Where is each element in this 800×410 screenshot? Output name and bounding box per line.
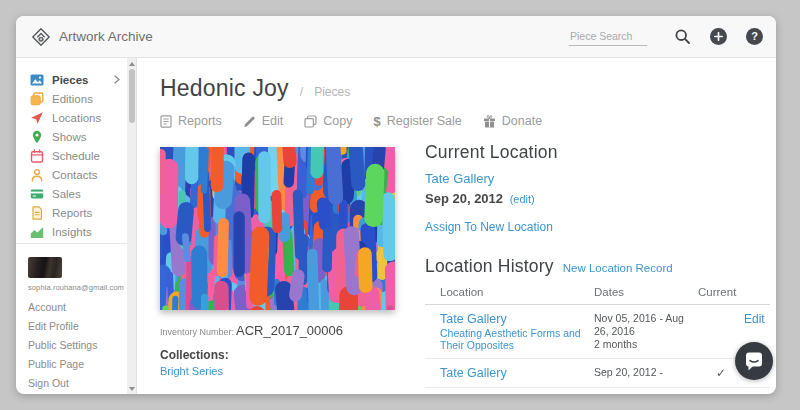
collections-label: Collections: [160, 348, 395, 362]
row-dates: Nov 05, 2016 - Aug 26, 2016 [594, 312, 698, 338]
artwork-archive-logo-icon [31, 27, 51, 47]
profile-section: sophia.rouhana@gmail.com Account Edit Pr… [16, 244, 127, 394]
sidebar-item-editions[interactable]: Editions [16, 89, 127, 108]
search-input[interactable] [569, 28, 647, 46]
row-show-link[interactable]: Cheating Aesthetic Forms and Their Oppos… [440, 327, 594, 351]
schedule-icon [30, 149, 44, 163]
question-mark-icon: ? [751, 31, 758, 42]
column-location: Location [440, 286, 594, 298]
location-history-section: Location History New Location Record Loc… [425, 256, 770, 388]
sidebar-item-label: Schedule [52, 150, 100, 162]
inventory-number-value: ACR_2017_00006 [236, 323, 343, 338]
sidebar-item-label: Reports [52, 207, 92, 219]
assign-new-location-link[interactable]: Assign To New Location [425, 220, 553, 234]
profile-link-sign-out[interactable]: Sign Out [28, 374, 127, 393]
scrollbar-thumb[interactable] [129, 69, 135, 123]
dollar-icon: $ [374, 115, 381, 128]
app-window: Artwork Archive ? [16, 16, 776, 394]
row-duration: 2 months [594, 338, 698, 351]
avatar[interactable] [28, 257, 62, 278]
breadcrumb-separator: / [300, 85, 303, 99]
search-icon[interactable] [674, 28, 691, 45]
row-dates: Sep 20, 2012 - [594, 366, 698, 379]
edit-button-label: Edit [262, 114, 284, 128]
sidebar-item-label: Locations [52, 112, 101, 124]
sidebar-nav: Pieces Editions Locations [16, 70, 127, 241]
copy-button[interactable]: Copy [304, 114, 352, 128]
artwork-image[interactable] [160, 147, 395, 310]
new-location-record-link[interactable]: New Location Record [563, 262, 673, 274]
row-edit-link[interactable]: Edit [744, 312, 765, 326]
scroll-down-icon[interactable] [127, 384, 136, 393]
brand-home-link[interactable]: Artwork Archive [31, 27, 153, 47]
sidebar-item-reports[interactable]: Reports [16, 203, 127, 222]
sidebar-scrollbar[interactable] [127, 58, 136, 394]
location-column: Current Location Tate Gallery Sep 20, 20… [425, 142, 772, 394]
current-location-heading: Current Location [425, 142, 770, 163]
page-title: Hedonic Joy [160, 75, 289, 102]
sidebar-item-schedule[interactable]: Schedule [16, 146, 127, 165]
sidebar-item-label: Contacts [52, 169, 97, 181]
reports-button-label: Reports [178, 114, 222, 128]
profile-link-help-tour[interactable]: Help Tour [28, 393, 127, 394]
register-sale-button[interactable]: $ Register Sale [374, 114, 462, 128]
current-location-edit-link[interactable]: (edit) [510, 193, 535, 205]
topbar-actions: ? [569, 28, 763, 46]
sidebar-item-contacts[interactable]: Contacts [16, 165, 127, 184]
scroll-up-icon[interactable] [127, 59, 136, 68]
row-location-link[interactable]: Tate Gallery [440, 312, 594, 326]
pencil-icon [243, 115, 256, 128]
document-icon [160, 115, 172, 128]
collection-link-bright-series[interactable]: Bright Series [160, 365, 395, 377]
edit-button[interactable]: Edit [243, 114, 284, 128]
sidebar-item-label: Insights [52, 226, 92, 238]
profile-link-public-page[interactable]: Public Page [28, 355, 127, 374]
sidebar-item-label: Sales [52, 188, 81, 200]
sidebar-item-label: Shows [52, 131, 87, 143]
sidebar-item-label: Editions [52, 93, 93, 105]
profile-link-public-settings[interactable]: Public Settings [28, 336, 127, 355]
chevron-right-icon [114, 75, 120, 84]
inventory-number-label: Inventory Number: [160, 327, 234, 337]
chat-button[interactable] [735, 342, 773, 380]
sidebar-item-sales[interactable]: Sales [16, 184, 127, 203]
chat-bubble-icon [744, 351, 764, 372]
donate-button[interactable]: Donate [483, 114, 542, 128]
inventory-number: Inventory Number:ACR_2017_00006 [160, 323, 395, 338]
profile-link-account[interactable]: Account [28, 298, 127, 317]
sidebar-item-shows[interactable]: Shows [16, 127, 127, 146]
location-history-heading: Location History [425, 256, 554, 277]
profile-links: Account Edit Profile Public Settings Pub… [28, 298, 127, 394]
location-history-row: Tate Gallery Cheating Aesthetic Forms an… [425, 305, 770, 359]
breadcrumb-pieces-link[interactable]: Pieces [314, 85, 350, 99]
current-location-date: Sep 20, 2012 (edit) [425, 191, 770, 206]
sidebar-item-locations[interactable]: Locations [16, 108, 127, 127]
profile-link-edit-profile[interactable]: Edit Profile [28, 317, 127, 336]
gift-icon [483, 115, 496, 128]
sidebar-item-insights[interactable]: Insights [16, 222, 127, 241]
editions-icon [30, 92, 44, 106]
plus-icon [714, 32, 723, 41]
reports-icon [30, 206, 44, 220]
main-content: Hedonic Joy / Pieces Reports Edit [137, 58, 776, 394]
register-sale-button-label: Register Sale [387, 114, 462, 128]
sidebar-item-pieces[interactable]: Pieces [16, 70, 127, 89]
column-dates: Dates [594, 286, 698, 298]
page-head: Hedonic Joy / Pieces [160, 75, 772, 102]
shows-icon [30, 130, 44, 144]
piece-details-column: Inventory Number:ACR_2017_00006 Collecti… [160, 147, 395, 394]
location-history-header-row: Location Dates Current [425, 286, 770, 305]
donate-button-label: Donate [502, 114, 542, 128]
piece-toolbar: Reports Edit Copy $ Register Sale [160, 114, 772, 128]
location-history-row: Tate Gallery Sep 20, 2012 - ✓ Edit [425, 359, 770, 388]
reports-button[interactable]: Reports [160, 114, 222, 128]
help-button[interactable]: ? [746, 28, 763, 45]
add-piece-button[interactable] [710, 28, 727, 45]
sales-icon [30, 187, 44, 201]
sidebar-item-label: Pieces [52, 74, 88, 86]
copy-button-label: Copy [323, 114, 352, 128]
sidebar: Pieces Editions Locations [16, 58, 137, 394]
row-location-link[interactable]: Tate Gallery [440, 366, 594, 380]
current-location-link[interactable]: Tate Gallery [425, 171, 770, 186]
column-current: Current [698, 286, 744, 298]
